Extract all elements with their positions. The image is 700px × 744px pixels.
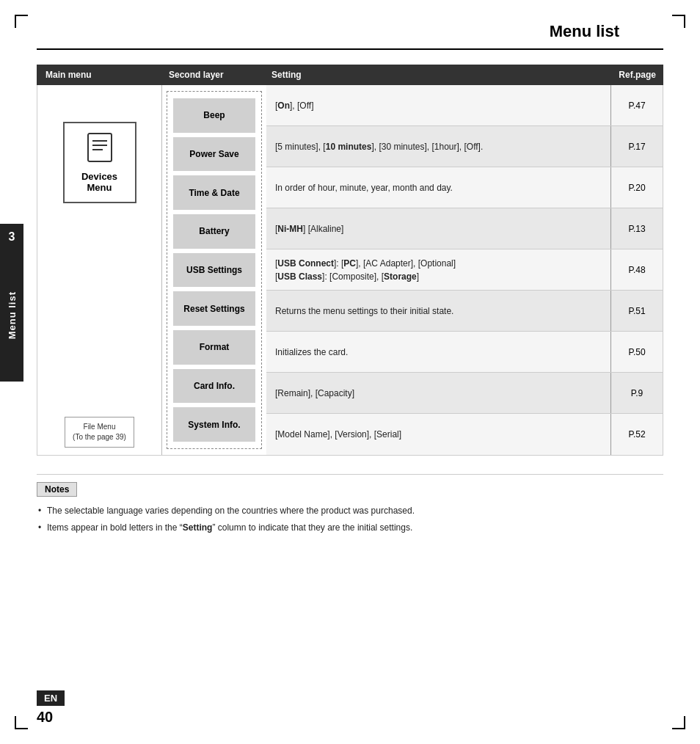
setting-row-format: Initializes the card. P.50 (266, 332, 663, 373)
notes-section: Notes The selectable language varies dep… (37, 474, 663, 535)
main-menu-column: Devices Menu File Menu (To the page 39) (37, 85, 162, 455)
footer-language: EN (37, 690, 65, 706)
setting-row-system-info: [Model Name], [Version], [Serial] P.52 (266, 414, 663, 455)
setting-row-card-info: [Remain], [Capacity] P.9 (266, 373, 663, 414)
page-title: Menu list (37, 0, 663, 50)
setting-row-usb: [USB Connect]: [PC], [AC Adapter], [Opti… (266, 249, 663, 291)
setting-row-time-date: In order of hour, minute, year, month an… (266, 167, 663, 208)
ref-card-info: P.9 (611, 388, 663, 398)
note-item-2: Items appear in bold letters in the “Set… (37, 521, 663, 535)
second-layer-battery: Battery (173, 214, 255, 249)
setting-text-battery: [Ni-MH] [Alkaline] (266, 216, 610, 241)
header-setting: Setting (264, 70, 605, 80)
side-tab-label: Menu list (7, 291, 18, 339)
second-layer-beep: Beep (173, 98, 255, 133)
setting-text-system-info: [Model Name], [Version], [Serial] (266, 422, 610, 447)
setting-row-battery: [Ni-MH] [Alkaline] P.13 (266, 208, 663, 249)
ref-usb: P.48 (611, 265, 663, 275)
notes-list: The selectable language varies depending… (37, 504, 663, 535)
setting-text-usb: [USB Connect]: [PC], [AC Adapter], [Opti… (266, 251, 610, 289)
second-layer-time-date: Time & Date (173, 175, 255, 210)
ref-reset: P.51 (611, 306, 663, 316)
second-layer-power-save: Power Save (173, 137, 255, 172)
header-ref: Ref.page (605, 70, 663, 80)
devices-menu-icon (87, 132, 113, 167)
file-menu-note: File Menu (To the page 39) (65, 417, 134, 448)
ref-system-info: P.52 (611, 429, 663, 440)
devices-menu-box: Devices Menu (63, 122, 136, 203)
ref-format: P.50 (611, 347, 663, 357)
header-second-layer: Second layer (161, 70, 264, 80)
svg-rect-0 (88, 134, 112, 161)
setting-text-reset: Returns the menu settings to their initi… (266, 299, 610, 324)
setting-text-format: Initializes the card. (266, 340, 610, 365)
menu-table: Devices Menu File Menu (To the page 39) … (37, 85, 663, 456)
side-tab-number: 3 (0, 224, 23, 249)
corner-mark-bl (15, 716, 28, 729)
second-layer-format: Format (173, 330, 255, 365)
side-tab: Menu list (0, 249, 23, 382)
header-row: Main menu Second layer Setting Ref.page (37, 65, 663, 85)
setting-row-power-save: [5 minutes], [10 minutes], [30 minutes],… (266, 126, 663, 167)
devices-menu-label: Devices Menu (76, 171, 123, 193)
second-layer-reset-settings: Reset Settings (173, 291, 255, 326)
ref-time-date: P.20 (611, 183, 663, 193)
second-layer-column: Beep Power Save Time & Date Battery USB … (167, 91, 262, 449)
second-layer-system-info: System Info. (173, 407, 255, 442)
corner-mark-br (672, 716, 685, 729)
ref-power-save: P.17 (611, 142, 663, 152)
footer: EN 40 (37, 690, 663, 726)
ref-beep: P.47 (611, 101, 663, 111)
content-area: Main menu Second layer Setting Ref.page (37, 65, 663, 535)
second-layer-usb-settings: USB Settings (173, 253, 255, 288)
corner-mark-tl (15, 15, 28, 28)
second-layer-card-info: Card Info. (173, 369, 255, 404)
settings-column: [On], [Off] P.47 [5 minutes], [10 minute… (266, 85, 663, 455)
setting-row-reset: Returns the menu settings to their initi… (266, 291, 663, 332)
setting-row-beep: [On], [Off] P.47 (266, 85, 663, 126)
footer-page-number: 40 (37, 709, 53, 726)
ref-battery: P.13 (611, 224, 663, 234)
notes-badge: Notes (37, 482, 77, 497)
document-icon (87, 132, 113, 163)
setting-text-beep: [On], [Off] (266, 93, 610, 118)
setting-text-power-save: [5 minutes], [10 minutes], [30 minutes],… (266, 134, 610, 159)
note-item-1: The selectable language varies depending… (37, 504, 663, 518)
setting-text-time-date: In order of hour, minute, year, month an… (266, 175, 610, 200)
setting-text-card-info: [Remain], [Capacity] (266, 381, 610, 406)
header-main-menu: Main menu (37, 70, 161, 80)
corner-mark-tr (672, 15, 685, 28)
